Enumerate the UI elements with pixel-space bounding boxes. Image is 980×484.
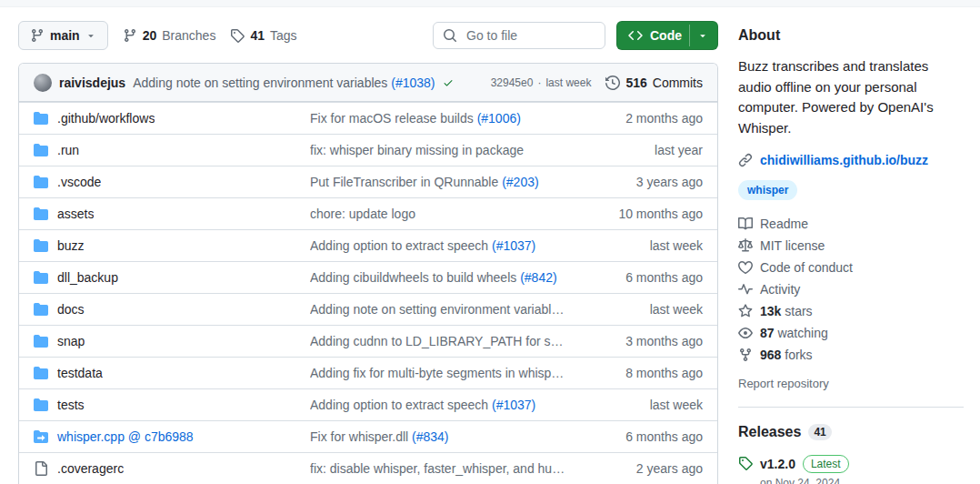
commit-time: 3 months ago <box>585 334 703 348</box>
file-name-cell: tests <box>34 398 310 412</box>
commit-author-link[interactable]: raivisdejus <box>59 76 125 90</box>
pr-link[interactable]: (#1037) <box>492 398 535 412</box>
submodule-link[interactable]: whisper.cpp @ c7b6988 <box>57 429 194 444</box>
meta-label: forks <box>785 348 812 362</box>
commit-message-link[interactable]: Fix for whisper.dll (#834) <box>310 429 585 444</box>
code-dropdown[interactable] <box>689 25 712 46</box>
commit-message-text: Adding cibuildwheels to build wheels <box>310 270 520 285</box>
table-row: testdata Adding fix for multi-byte segme… <box>19 357 717 388</box>
folder-icon <box>34 111 48 126</box>
file-name-cell: docs <box>34 302 310 317</box>
commit-message-cell: Fix for whisper.dll (#834) <box>310 429 585 444</box>
sidebar-item-readme[interactable]: Readme <box>738 213 964 235</box>
meta-label: watching <box>777 326 827 340</box>
commit-message-link[interactable]: Adding option to extract speech (#1037) <box>310 398 585 412</box>
file-name-cell: testdata <box>34 366 310 380</box>
commit-message-link[interactable]: Put FileTranscriber in QRunnable (#203) <box>310 175 585 189</box>
meta-label: stars <box>785 304 812 318</box>
sidebar-item-forks[interactable]: 968 forks <box>738 344 964 366</box>
meta-count: 968 forks <box>760 348 813 362</box>
divider <box>738 407 964 408</box>
commit-message-link[interactable]: fix: whisper binary missing in package <box>310 143 585 157</box>
table-row: snap Adding cudnn to LD_LIBRARY_PATH for… <box>19 325 717 357</box>
pr-link[interactable]: (#1038) <box>568 302 585 317</box>
file-link[interactable]: .github/workflows <box>57 111 155 126</box>
commit-message-link[interactable]: Adding cibuildwheels to build wheels (#8… <box>310 270 585 285</box>
commit-message-link[interactable]: Adding cudnn to LD_LIBRARY_PATH for snap… <box>310 334 585 348</box>
pr-link[interactable]: (#203) <box>502 175 538 189</box>
pr-link[interactable]: (#1038) <box>391 76 435 90</box>
about-title: About <box>738 27 964 44</box>
pr-link[interactable]: (#842) <box>520 270 556 285</box>
code-button[interactable]: Code <box>616 21 718 50</box>
table-row: .coveragerc fix: disable whisper, faster… <box>19 452 717 484</box>
fork-icon <box>738 348 753 362</box>
branch-selector[interactable]: main <box>18 21 108 50</box>
commit-message-link[interactable]: Adding note on setting environment varia… <box>133 76 435 90</box>
meta-count: 87 watching <box>760 326 828 340</box>
file-link[interactable]: testdata <box>57 366 103 380</box>
table-row: dll_backup Adding cibuildwheels to build… <box>19 261 717 293</box>
search-icon <box>443 28 457 43</box>
releases-title: Releases <box>738 424 801 440</box>
file-name-cell: .run <box>34 143 310 157</box>
sidebar-item-license[interactable]: MIT license <box>738 235 964 257</box>
page-top-strip <box>0 0 980 7</box>
file-link[interactable]: assets <box>57 207 94 221</box>
commit-time: last week <box>585 302 703 317</box>
table-row: assets chore: update logo 10 months ago <box>19 197 717 229</box>
release-version-link[interactable]: v1.2.0 <box>760 457 795 471</box>
table-row: whisper.cpp @ c7b6988 Fix for whisper.dl… <box>19 420 717 452</box>
pr-link[interactable]: (#951) <box>575 334 585 348</box>
sidebar-item-activity[interactable]: Activity <box>738 278 964 300</box>
topic-whisper[interactable]: whisper <box>738 180 797 200</box>
commit-message-link[interactable]: chore: update logo <box>310 207 585 221</box>
search-input[interactable] <box>465 27 595 44</box>
website-link[interactable]: chidiwilliams.github.io/buzz <box>760 153 928 167</box>
pulse-icon <box>738 282 753 297</box>
commit-sha: 32945e0 <box>491 76 534 89</box>
commit-message-link[interactable]: Adding note on setting environment varia… <box>310 302 585 317</box>
sidebar-item-watching[interactable]: 87 watching <box>738 322 964 344</box>
report-repository-link[interactable]: Report repository <box>738 377 964 390</box>
commit-history-link[interactable]: 516 Commits <box>605 76 703 90</box>
check-icon[interactable] <box>443 77 454 88</box>
folder-icon <box>34 334 48 348</box>
sidebar-item-stars[interactable]: 13k stars <box>738 300 964 322</box>
commit-message-link[interactable]: Adding option to extract speech (#1037) <box>310 238 585 253</box>
commit-message-link[interactable]: fix: disable whisper, faster_whisper, an… <box>310 461 585 476</box>
commit-message-text: Adding option to extract speech <box>310 238 492 253</box>
law-icon <box>738 238 753 253</box>
link-icon <box>738 153 753 167</box>
table-row: .github/workflows Fix for macOS release … <box>19 102 717 134</box>
file-link[interactable]: tests <box>57 398 85 412</box>
website-row: chidiwilliams.github.io/buzz <box>738 153 964 167</box>
folder-icon <box>34 238 48 253</box>
pr-link[interactable]: (#1006) <box>477 111 521 126</box>
releases-header-link[interactable]: Releases 41 <box>738 424 964 440</box>
branch-meta: 20 Branches 41 Tags <box>123 28 297 43</box>
file-link[interactable]: dll_backup <box>57 270 118 285</box>
commit-message-link[interactable]: Fix for macOS release builds (#1006) <box>310 111 585 126</box>
file-link[interactable]: .coveragerc <box>57 461 124 476</box>
commit-message-text: fix: whisper binary missing in package <box>310 143 524 157</box>
folder-icon <box>34 302 48 317</box>
file-link[interactable]: snap <box>57 334 85 348</box>
file-link[interactable]: .run <box>57 143 79 157</box>
avatar[interactable] <box>34 74 52 92</box>
sidebar-item-code-of-conduct[interactable]: Code of conduct <box>738 257 964 278</box>
pr-link[interactable]: (#834) <box>412 429 448 444</box>
branches-link[interactable]: 20 Branches <box>123 28 216 43</box>
file-link[interactable]: docs <box>57 302 85 317</box>
meta-count: 13k stars <box>760 304 813 318</box>
dot-separator: · <box>537 76 541 89</box>
file-link[interactable]: buzz <box>57 238 85 253</box>
tags-link[interactable]: 41 Tags <box>230 28 296 43</box>
commit-sha-link[interactable]: 32945e0 · last week <box>491 76 592 89</box>
file-name-cell: buzz <box>34 238 310 253</box>
go-to-file-search[interactable] <box>433 22 605 49</box>
commit-message-link[interactable]: Adding fix for multi-byte segments in wh… <box>310 366 585 380</box>
file-link[interactable]: .vscode <box>57 175 101 189</box>
repo-meta-list: Readme MIT license Code of conduct Activ… <box>738 213 964 366</box>
pr-link[interactable]: (#1037) <box>492 238 535 253</box>
